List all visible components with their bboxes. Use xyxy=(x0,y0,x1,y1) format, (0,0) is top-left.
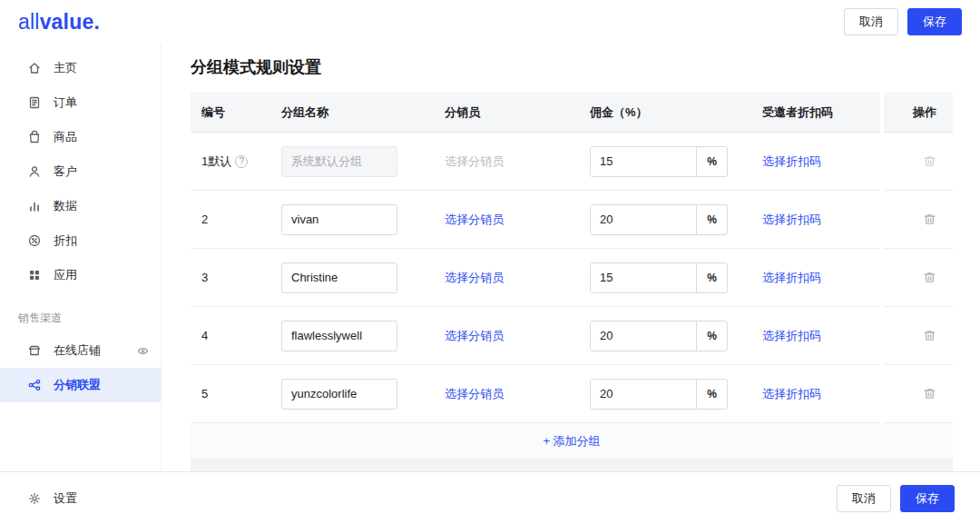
products-icon xyxy=(27,130,42,144)
percent-suffix: % xyxy=(696,321,727,351)
table-row: 5 选择分销员 % 选择折扣码 xyxy=(191,365,953,423)
table-row: 1默认 选择分销员 % 选择折扣码 xyxy=(191,133,953,191)
commission-input-group: % xyxy=(590,204,728,235)
commission-input[interactable] xyxy=(591,380,696,409)
sidebar-item-label: 数据 xyxy=(54,198,77,214)
sidebar-item-label: 在线店铺 xyxy=(54,342,101,359)
percent-suffix: % xyxy=(696,380,727,409)
settings-label: 设置 xyxy=(54,490,77,507)
row-id: 5 xyxy=(201,387,208,400)
select-distributor-link[interactable]: 选择分销员 xyxy=(445,328,504,344)
sidebar-item-apps[interactable]: 应用 xyxy=(0,258,161,292)
header-distributor: 分销员 xyxy=(434,104,579,121)
eye-icon[interactable] xyxy=(136,344,150,358)
commission-input[interactable] xyxy=(591,205,696,234)
select-distributor-link[interactable]: 选择分销员 xyxy=(445,270,504,286)
customers-icon xyxy=(27,164,42,179)
header-discount-code: 受邀者折扣码 xyxy=(751,104,880,121)
delete-icon[interactable] xyxy=(923,271,936,284)
sidebar-item-orders[interactable]: 订单 xyxy=(0,85,161,120)
row-id: 3 xyxy=(201,271,208,284)
commission-input-group: % xyxy=(590,379,728,410)
commission-input-group: % xyxy=(590,262,728,293)
sidebar-item-label: 折扣 xyxy=(54,232,77,249)
page: allvalue. 取消 保存 主页 订单 商品 客户 xyxy=(0,0,980,524)
sidebar-item-label: 客户 xyxy=(54,163,77,180)
logo-text-all: all xyxy=(18,10,40,35)
percent-suffix: % xyxy=(696,205,727,234)
select-discount-code-link[interactable]: 选择折扣码 xyxy=(762,270,821,286)
sidebar-item-products[interactable]: 商品 xyxy=(0,120,161,154)
save-button[interactable]: 保存 xyxy=(900,485,955,512)
commission-input-group: % xyxy=(590,321,728,351)
commission-input[interactable] xyxy=(591,147,696,176)
data-icon xyxy=(27,199,42,213)
delete-icon[interactable] xyxy=(923,329,936,342)
percent-suffix: % xyxy=(696,147,727,176)
group-name-input[interactable] xyxy=(281,146,397,177)
page-title: 分组模式规则设置 xyxy=(191,56,953,78)
sidebar-item-customers[interactable]: 客户 xyxy=(0,154,161,189)
select-discount-code-link[interactable]: 选择折扣码 xyxy=(762,212,821,228)
group-name-input[interactable] xyxy=(281,321,397,351)
sidebar-item-online-store[interactable]: 在线店铺 xyxy=(0,333,161,368)
select-discount-code-link[interactable]: 选择折扣码 xyxy=(762,328,821,344)
commission-input-group: % xyxy=(590,146,728,177)
row-id-cell: 1默认 xyxy=(191,153,270,170)
footer-actions: 取消 保存 xyxy=(837,485,955,512)
cancel-button[interactable]: 取消 xyxy=(844,8,898,35)
table-row: 2 选择分销员 % 选择折扣码 xyxy=(191,191,953,249)
add-group-button[interactable]: + 添加分组 xyxy=(191,423,953,460)
delete-icon[interactable] xyxy=(923,154,936,168)
sidebar-item-label: 应用 xyxy=(54,267,77,283)
commission-input[interactable] xyxy=(591,321,696,351)
header-id: 编号 xyxy=(191,104,270,121)
delete-icon[interactable] xyxy=(923,213,936,226)
header-commission: 佣金（%） xyxy=(579,104,751,121)
info-icon xyxy=(235,155,248,168)
orders-icon xyxy=(27,95,42,110)
select-distributor-link[interactable]: 选择分销员 xyxy=(445,212,504,228)
discount-icon xyxy=(27,233,42,248)
content-bottom-strip xyxy=(191,460,953,471)
commission-input[interactable] xyxy=(591,263,696,292)
sidebar-item-label: 分销联盟 xyxy=(54,377,101,393)
logo-dot: . xyxy=(93,10,100,35)
sidebar-item-discount[interactable]: 折扣 xyxy=(0,223,161,258)
topbar: allvalue. 取消 保存 xyxy=(0,0,980,44)
group-name-input[interactable] xyxy=(281,262,397,293)
group-rules-table: 编号 分组名称 分销员 佣金（%） 受邀者折扣码 操作 1默认 xyxy=(191,93,953,460)
gear-icon xyxy=(27,491,42,506)
allvalue-logo: allvalue. xyxy=(18,10,100,35)
row-id: 4 xyxy=(201,329,208,342)
cancel-button[interactable]: 取消 xyxy=(837,485,891,512)
affiliate-icon xyxy=(27,378,42,392)
table-header-row: 编号 分组名称 分销员 佣金（%） 受邀者折扣码 操作 xyxy=(191,93,953,133)
sidebar: 主页 订单 商品 客户 数据 折扣 xyxy=(0,44,162,471)
select-discount-code-link[interactable]: 选择折扣码 xyxy=(762,386,821,402)
save-button[interactable]: 保存 xyxy=(907,8,962,35)
header-actions: 操作 xyxy=(884,93,953,133)
table-row: 3 选择分销员 % 选择折扣码 xyxy=(191,249,953,307)
sidebar-item-home[interactable]: 主页 xyxy=(0,51,161,85)
sidebar-item-data[interactable]: 数据 xyxy=(0,189,161,223)
select-distributor-link[interactable]: 选择分销员 xyxy=(445,386,504,402)
store-icon xyxy=(27,343,42,358)
select-discount-code-link[interactable]: 选择折扣码 xyxy=(762,153,821,170)
sidebar-item-label: 主页 xyxy=(54,60,77,76)
select-distributor-link: 选择分销员 xyxy=(445,153,504,170)
footer-bar: 设置 取消 保存 xyxy=(0,471,980,524)
sidebar-item-settings[interactable]: 设置 xyxy=(27,490,77,507)
percent-suffix: % xyxy=(696,263,727,292)
group-name-input[interactable] xyxy=(281,204,397,235)
header-group-name: 分组名称 xyxy=(270,104,434,121)
sales-channels-section-label: 销售渠道 xyxy=(18,311,161,326)
main-content: 分组模式规则设置 编号 分组名称 分销员 佣金（%） 受邀者折扣码 操作 xyxy=(162,44,980,471)
apps-icon xyxy=(27,268,42,282)
add-group-label: + 添加分组 xyxy=(543,433,600,450)
sidebar-item-affiliate[interactable]: 分销联盟 xyxy=(0,368,161,402)
group-name-input[interactable] xyxy=(281,379,397,410)
logo-text-value: value xyxy=(40,10,94,35)
home-icon xyxy=(27,61,42,75)
delete-icon[interactable] xyxy=(923,387,936,400)
